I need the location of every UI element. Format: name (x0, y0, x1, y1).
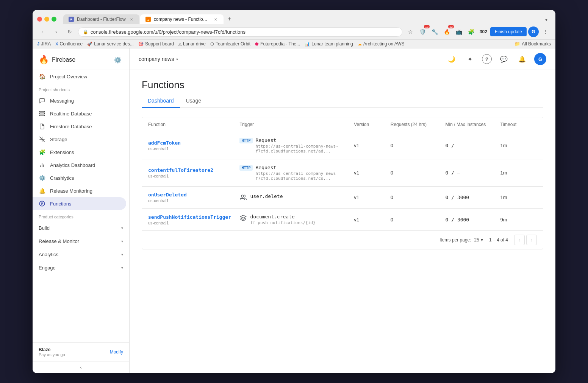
bookmark-drive[interactable]: △ Lunar drive (178, 41, 206, 47)
trigger-label-1: Request (256, 137, 354, 143)
sidebar-category-build[interactable]: Build ▾ (33, 221, 129, 235)
browser-profile-button[interactable]: G (528, 26, 539, 37)
table-footer: Items per page: 25 ▾ 1 – 4 of 4 ‹ › (142, 231, 543, 249)
bookmark-aws[interactable]: ☁ Architecting on AWS (358, 41, 405, 47)
finish-update-button[interactable]: Finish update (490, 27, 527, 36)
settings-button[interactable]: ⚙️ (113, 54, 123, 65)
extension-3[interactable]: 🔥 12 (442, 26, 452, 37)
address-bar[interactable]: 🔒 (78, 27, 402, 37)
bookmark-lunar-team-label: Lunar team planning (311, 41, 353, 47)
tab-dashboard[interactable]: Dashboard (142, 94, 180, 107)
extension-6[interactable]: 302 (478, 26, 489, 37)
tabs-dropdown[interactable]: ▼ (542, 15, 551, 24)
bookmarks-folder-icon: 📁 (514, 41, 520, 47)
sidebar-label-realtime-database: Realtime Database (50, 111, 92, 117)
forward-button[interactable]: › (51, 26, 61, 37)
sidebar-item-project-overview[interactable]: 🏠 Project Overview (33, 70, 126, 83)
all-bookmarks[interactable]: 📁 All Bookmarks (514, 41, 551, 47)
bookmark-confluence[interactable]: X Confluence (55, 41, 83, 47)
sidebar-label-functions: Functions (50, 201, 71, 207)
build-label: Build (39, 225, 50, 231)
function-name-cell-4: sendPushNotificationsTrigger us-central1 (148, 214, 239, 225)
tab-close-2[interactable]: ✕ (213, 17, 218, 22)
sidebar-item-analytics-dashboard[interactable]: Analytics Dashboard (33, 159, 126, 171)
analytics-chevron: ▾ (121, 252, 123, 257)
sidebar-item-messaging[interactable]: Messaging (33, 94, 126, 107)
collapse-icon: ‹ (80, 365, 82, 370)
product-categories-label: Product categories (33, 210, 129, 221)
bell-button[interactable]: 🔔 (516, 53, 528, 65)
new-tab-button[interactable]: + (224, 14, 235, 24)
minimize-button[interactable] (44, 17, 49, 22)
help-button[interactable]: ? (482, 54, 492, 64)
bookmark-lunar[interactable]: 🚀 Lunar service des... (87, 41, 134, 47)
tab-usage[interactable]: Usage (180, 94, 207, 107)
next-page-button[interactable]: › (526, 235, 537, 245)
trigger-label-3: user.delete (250, 193, 283, 199)
table-row[interactable]: addFcmToken us-central1 HTTP Request htt… (142, 132, 543, 159)
extension-5[interactable]: 🧩 (466, 26, 477, 37)
browser-tab-2[interactable]: 🔥 company news - Functions - ✕ (140, 14, 224, 24)
maximize-button[interactable] (52, 17, 56, 22)
bookmark-button[interactable]: ☆ (405, 26, 416, 37)
instances-cell-3: 0 / 3000 (446, 195, 500, 200)
user-avatar[interactable]: G (534, 53, 546, 65)
bookmarks-bar: J JIRA X Confluence 🚀 Lunar service des.… (33, 40, 555, 48)
sidebar-item-firestore-database[interactable]: Firestore Database (33, 120, 126, 133)
dark-mode-button[interactable]: 🌙 (446, 53, 458, 65)
col-version: Version (354, 122, 391, 127)
items-per-page: Items per page: 25 ▾ (439, 237, 483, 243)
browser-tab-1[interactable]: F Dashboard - FlutterFlow ✕ (63, 14, 139, 24)
instances-cell-1: 0 / — (446, 143, 500, 148)
table-row[interactable]: onUserDeleted us-central1 user.delete v1 (142, 187, 543, 209)
col-requests: Requests (24 hrs) (391, 122, 446, 127)
sidebar-item-functions[interactable]: Functions (33, 197, 126, 210)
table-row[interactable]: contentfulToFirestore2 us-central1 HTTP … (142, 159, 543, 187)
sidebar-item-extensions[interactable]: 🧩 Extensions (33, 146, 126, 159)
bookmark-futurepedia[interactable]: ⬟ Futurepedia - The... (255, 41, 300, 47)
tab-title-2: company news - Functions - (154, 17, 210, 22)
bookmark-jira[interactable]: J JIRA (37, 41, 51, 47)
browser-menu-button[interactable]: ⋮ (540, 26, 551, 37)
col-function: Function (148, 122, 239, 127)
address-input[interactable] (91, 29, 397, 35)
bookmark-support[interactable]: 🎯 Support board (138, 41, 174, 47)
sidebar-category-engage[interactable]: Engage ▾ (33, 261, 129, 274)
crashlytics-icon: ⚙️ (39, 174, 45, 181)
app-layout: 🔥 Firebase ⚙️ 🏠 Project Overview Project… (33, 48, 555, 373)
project-name: company news (139, 56, 174, 62)
sidebar-collapse-button[interactable]: ‹ (33, 361, 129, 373)
sidebar-item-realtime-database[interactable]: Realtime Database (33, 107, 126, 120)
tab-close-1[interactable]: ✕ (129, 17, 134, 22)
firebase-logo[interactable]: 🔥 Firebase (39, 55, 75, 65)
fn-name-1: addFcmToken (148, 140, 239, 146)
sidebar-item-storage[interactable]: Storage (33, 133, 126, 146)
page-body: Functions Dashboard Usage Function Trigg… (130, 70, 555, 373)
bookmark-confluence-label: Confluence (59, 41, 83, 47)
modify-button[interactable]: Modify (110, 349, 123, 355)
extension-1[interactable]: 🛡️ 12 (418, 26, 428, 37)
close-button[interactable] (37, 17, 42, 22)
project-selector[interactable]: company news ▾ (139, 56, 178, 62)
sidebar-item-release-monitoring[interactable]: 🔔 Release Monitoring (33, 184, 126, 197)
table-row[interactable]: sendPushNotificationsTrigger us-central1… (142, 209, 543, 231)
firebase-icon: 🔥 (39, 55, 49, 65)
per-page-select[interactable]: 25 ▾ (474, 237, 483, 243)
bookmark-lunar-team[interactable]: 📊 Lunar team planning (305, 41, 353, 47)
reload-button[interactable]: ↻ (64, 26, 75, 37)
chat-button[interactable]: 💬 (498, 53, 510, 65)
extension-2[interactable]: 🔧 (430, 26, 440, 37)
back-button[interactable]: ‹ (37, 26, 48, 37)
bookmark-teamleader-label: Teamleader Orbit (216, 41, 250, 47)
spark-button[interactable]: ✦ (464, 53, 476, 65)
sidebar-category-analytics[interactable]: Analytics ▾ (33, 248, 129, 261)
col-timeout: Timeout (500, 122, 537, 127)
extension-4[interactable]: 📺 (454, 26, 464, 37)
sidebar-category-release-monitor[interactable]: Release & Monitor ▾ (33, 235, 129, 248)
firebase-name: Firebase (52, 56, 75, 63)
bookmark-teamleader[interactable]: ⬡ Teamleader Orbit (210, 41, 250, 47)
engage-chevron: ▾ (121, 266, 123, 270)
sidebar-item-crashlytics[interactable]: ⚙️ Crashlytics (33, 171, 126, 184)
prev-page-button[interactable]: ‹ (514, 235, 525, 245)
messaging-icon (39, 97, 45, 104)
